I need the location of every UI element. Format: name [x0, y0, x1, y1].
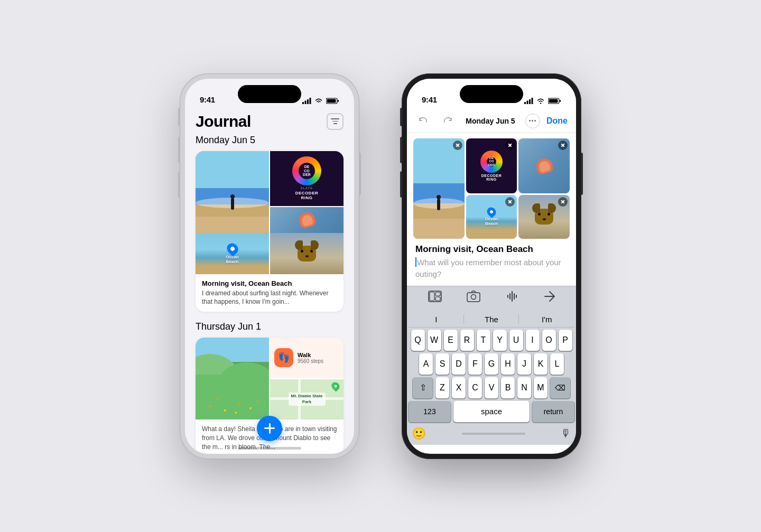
signal-icon-2	[524, 98, 533, 104]
key-q[interactable]: Q	[411, 330, 425, 351]
media-ocean-beach: OceanBeach	[196, 233, 269, 274]
kb-bottom-row: 🙂 🎙	[409, 425, 574, 443]
key-g[interactable]: G	[485, 353, 498, 375]
photo-remove-decoder[interactable]	[505, 141, 515, 150]
key-a[interactable]: A	[419, 353, 433, 375]
undo-icon	[417, 116, 428, 126]
photo-dog-eye-r	[547, 213, 550, 216]
key-f[interactable]: F	[468, 353, 482, 375]
camera-button[interactable]	[467, 291, 480, 304]
kb-row-2: A S D F G H J K L	[409, 353, 574, 375]
photo-remove-shell[interactable]	[558, 141, 568, 150]
photo-remove-beach[interactable]	[453, 141, 462, 150]
photo-cell-beach[interactable]	[413, 138, 465, 239]
done-button[interactable]: Done	[546, 116, 568, 126]
redo-button[interactable]	[441, 114, 456, 128]
return-key[interactable]: return	[532, 401, 574, 422]
send-button[interactable]	[544, 291, 555, 304]
power-button-2[interactable]	[581, 153, 583, 195]
add-entry-button[interactable]	[257, 416, 282, 441]
key-t[interactable]: T	[477, 330, 490, 351]
dog-nose	[305, 255, 309, 257]
media-dog	[270, 233, 344, 274]
emoji-button[interactable]: 🙂	[412, 427, 426, 441]
key-s[interactable]: S	[435, 353, 449, 375]
suggestion-im[interactable]: I'm	[519, 314, 574, 325]
volume-up-button-2[interactable]	[400, 137, 402, 163]
keyboard-suggestions: I The I'm	[409, 311, 574, 328]
key-z[interactable]: Z	[435, 377, 449, 398]
svg-rect-10	[532, 98, 533, 104]
keyboard-toolbar	[407, 286, 576, 309]
filter-button[interactable]	[327, 113, 344, 130]
svg-rect-1	[305, 100, 307, 104]
key-x[interactable]: X	[452, 377, 466, 398]
mic-button[interactable]: 🎙	[561, 427, 571, 440]
section-datenum-1: Jun 5	[232, 135, 255, 145]
map-location-pin	[332, 382, 339, 390]
dynamic-island	[238, 85, 301, 103]
key-w[interactable]: W	[428, 330, 441, 351]
entry-body-1: I dreamed about surfing last night. When…	[202, 289, 337, 307]
hills-background	[196, 338, 269, 419]
volume-down-button[interactable]	[178, 171, 180, 198]
suggestion-the[interactable]: The	[464, 314, 519, 325]
photo-cell-oceanbeach[interactable]: OceanBeach	[466, 195, 517, 239]
phone-1-frame: 9:41	[180, 73, 359, 459]
photo-dog-eye-l	[538, 213, 541, 216]
key-e[interactable]: E	[444, 330, 458, 351]
key-y[interactable]: Y	[493, 330, 507, 351]
svg-rect-3	[310, 98, 311, 104]
status-icons-1	[302, 98, 339, 104]
photo-decoder-spiral: DECODER	[480, 151, 503, 173]
mute-button-2[interactable]	[400, 108, 402, 126]
power-button[interactable]	[359, 153, 361, 195]
svg-rect-15	[429, 291, 441, 302]
key-b[interactable]: B	[501, 377, 515, 398]
decoder-inner-text: DECODER	[303, 165, 311, 177]
svg-rect-19	[467, 293, 480, 302]
photo-remove-dog[interactable]	[558, 197, 568, 207]
key-c[interactable]: C	[468, 377, 482, 398]
space-key[interactable]: space	[453, 401, 530, 422]
key-r[interactable]: R	[460, 330, 474, 351]
editor-text-area[interactable]: Morning visit, Ocean Beach What will you…	[407, 244, 576, 286]
key-m[interactable]: M	[534, 377, 547, 398]
shell-scene	[270, 207, 344, 233]
audio-button[interactable]	[505, 291, 519, 304]
key-p[interactable]: P	[559, 330, 572, 351]
photo-library-button[interactable]	[428, 291, 442, 304]
key-k[interactable]: K	[534, 353, 547, 375]
svg-rect-17	[435, 292, 440, 296]
key-n[interactable]: N	[517, 377, 531, 398]
photo-cell-dog[interactable]	[518, 195, 570, 239]
kb-row-4: 123 space return	[409, 401, 574, 422]
status-time-1: 9:41	[200, 95, 215, 104]
audio-waveform-icon	[505, 291, 519, 302]
suggestion-i[interactable]: I	[409, 314, 464, 325]
numbers-key[interactable]: 123	[409, 401, 451, 422]
photo-cell-decoder[interactable]: DECODER DECODERRING	[466, 138, 517, 194]
mute-button[interactable]	[178, 108, 180, 126]
key-d[interactable]: D	[452, 353, 466, 375]
photo-cell-shell[interactable]	[518, 138, 570, 194]
media-shell	[270, 207, 344, 233]
shift-key[interactable]: ⇧	[413, 377, 433, 398]
key-v[interactable]: V	[485, 377, 498, 398]
key-h[interactable]: H	[501, 353, 515, 375]
status-icons-2	[524, 98, 561, 104]
volume-up-button[interactable]	[178, 137, 180, 163]
key-o[interactable]: O	[542, 330, 556, 351]
key-j[interactable]: J	[517, 353, 531, 375]
entry-media-grid-1: DECODER SLATE DECODERRING	[196, 151, 344, 233]
key-i[interactable]: I	[526, 330, 540, 351]
photo-dog-ear-l	[532, 203, 540, 213]
home-indicator-1	[238, 447, 301, 450]
more-options-button[interactable]	[525, 114, 540, 128]
delete-key[interactable]: ⌫	[550, 377, 570, 398]
undo-button[interactable]	[415, 114, 430, 128]
volume-down-button-2[interactable]	[400, 171, 402, 198]
key-u[interactable]: U	[509, 330, 523, 351]
key-l[interactable]: L	[550, 353, 564, 375]
entry-card-1[interactable]: DECODER SLATE DECODERRING	[196, 151, 344, 312]
